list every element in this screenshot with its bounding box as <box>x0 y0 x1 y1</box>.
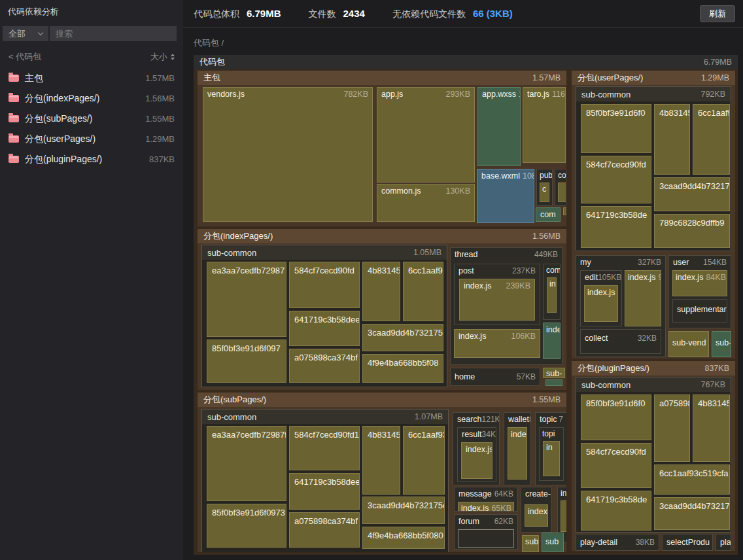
dir-box-play[interactable]: play <box>716 534 731 551</box>
hash-file-box[interactable]: 4b831456 <box>362 426 400 495</box>
hash-file-box[interactable]: 4b83145 <box>693 394 730 462</box>
hash-file-box[interactable]: 584cf7cecd90fd <box>581 443 651 488</box>
file-box[interactable]: in <box>547 277 557 313</box>
dir-box-topic[interactable]: topic7 topi in <box>535 412 566 485</box>
sidebar-item-main-package[interactable]: 主包 1.57MB <box>0 68 183 88</box>
hash-file-box[interactable]: 85f0bf3e91d6f097 <box>207 340 286 383</box>
hash-file-box[interactable]: 3caad9dd4b73217 <box>654 497 730 530</box>
dir-box-search[interactable]: search121K result34K index.js <box>453 412 500 485</box>
unused-files-link[interactable]: 66 (3KB) <box>473 8 513 19</box>
file-box-index[interactable]: index <box>508 427 527 480</box>
dir-box-thread[interactable]: thread449KB post237KB index.js239KB inde… <box>450 247 562 365</box>
treemap-section-header-indexpages[interactable]: 分包(indexPages/) 1.56MB <box>198 229 566 243</box>
file-box[interactable]: c <box>540 183 549 202</box>
dir-box-post[interactable]: post237KB index.js239KB <box>454 264 540 325</box>
hash-file-box[interactable]: 6cc1aaf9 <box>693 104 730 175</box>
sidebar-item-subpages[interactable]: 分包(subPages/) 1.55MB <box>0 109 183 129</box>
file-box-sub-vendor[interactable]: sub-vend <box>668 331 709 357</box>
file-box-common-js[interactable]: common.js130KB <box>377 184 475 222</box>
hash-file-box[interactable]: 4b83145 <box>654 104 690 175</box>
file-box-index-js[interactable]: index.js65KB <box>458 502 514 512</box>
dir-box-message[interactable]: message64KB index.js65KB <box>454 487 518 512</box>
file-box[interactable] <box>561 500 566 532</box>
hash-file-box[interactable]: 584cf7cecd90fd1 <box>289 426 360 470</box>
back-breadcrumb[interactable]: < 代码包 <box>9 51 41 63</box>
hash-file-box[interactable]: a075898ca374bf <box>289 512 360 548</box>
hash-file-box[interactable]: 4f9e4ba668bb5f080 <box>362 527 445 549</box>
sidebar-item-indexpages[interactable]: 分包(indexPages/) 1.56MB <box>0 88 183 109</box>
hash-file-box[interactable]: 6cc1aaf9 <box>403 262 443 321</box>
file-box-sub[interactable]: sub- <box>712 331 731 357</box>
dir-box-wallet[interactable]: wallet8 index <box>504 412 531 485</box>
dir-box-co[interactable]: co <box>555 169 566 206</box>
dir-box-edit[interactable]: edit105KB index.js <box>580 270 622 326</box>
hash-file-box[interactable]: 584cf7cecd90fd <box>289 262 360 308</box>
dir-box-play-detail[interactable]: play-detail38KB <box>576 534 659 551</box>
file-box[interactable]: in <box>543 441 560 476</box>
hash-file-box[interactable]: 789c6828c9dffb9 <box>654 214 730 248</box>
file-box[interactable] <box>458 529 514 548</box>
hash-file-box[interactable]: 85f0bf3e91d6f0973 <box>207 504 286 548</box>
file-box-com[interactable]: com <box>536 207 561 222</box>
file-box[interactable] <box>563 207 566 215</box>
treemap-section-header-userpages[interactable]: 分包(userPages/) 1.29MB <box>572 71 735 85</box>
dir-box-my[interactable]: my327KB edit105KB index.js index.js9 col… <box>576 255 666 357</box>
file-box-sub[interactable]: sub- <box>543 368 565 378</box>
dir-box-topi[interactable]: topi in <box>539 427 564 481</box>
file-box-index-js[interactable]: index.js106KB <box>454 329 540 358</box>
file-box-inde[interactable]: inde <box>543 323 561 359</box>
file-box-sub[interactable]: sub <box>542 533 564 552</box>
dir-box-com[interactable]: com in <box>543 264 561 320</box>
file-box-sub[interactable]: sub <box>522 535 539 552</box>
hash-file-box[interactable]: 3caad9dd4b73217 <box>654 177 730 211</box>
hash-file-box[interactable]: 641719c3b58dee <box>289 311 360 346</box>
dir-box-create[interactable]: create- index <box>521 487 552 533</box>
hash-file-box[interactable]: 641719c3b58de <box>581 491 651 531</box>
hash-file-box[interactable]: a075898ca374bf <box>289 349 360 383</box>
dir-box-select-product[interactable]: selectProdu <box>662 534 713 551</box>
hash-file-box[interactable]: 4b83145 <box>362 262 400 321</box>
hash-file-box[interactable]: 6cc1aaf93c519cfa <box>654 464 730 495</box>
file-box[interactable] <box>558 183 566 202</box>
dir-box-home[interactable]: home57KB <box>450 368 540 386</box>
file-box[interactable] <box>545 379 562 386</box>
hash-file-box[interactable]: 641719c3b58dee <box>289 473 360 510</box>
size-column-sort[interactable]: 大小 <box>150 51 175 63</box>
sub-common-header[interactable]: sub-common 1.05MB <box>202 245 447 260</box>
file-box-app-js[interactable]: app.js293KB <box>377 87 475 183</box>
dir-box-pub[interactable]: pub c <box>536 169 553 206</box>
dir-box-user[interactable]: user154KB index.js84KB supplementar <box>668 255 731 328</box>
file-box-taro-js[interactable]: taro.js116K <box>523 87 566 163</box>
hash-file-box[interactable]: ea3aa7cedfb72987 <box>207 262 286 337</box>
file-box-app-wxss[interactable]: app.wxss11 <box>477 87 521 166</box>
dir-box-forum[interactable]: forum62KB <box>454 514 518 550</box>
file-box-index-js[interactable]: index.js9 <box>625 270 661 326</box>
file-box-index-js[interactable]: index.js <box>584 285 618 322</box>
file-box-index[interactable]: index <box>525 504 548 527</box>
sidebar-item-userpages[interactable]: 分包(userPages/) 1.29MB <box>0 129 183 149</box>
breadcrumb[interactable]: 代码包 / <box>194 37 224 49</box>
sidebar-item-pluginpages[interactable]: 分包(pluginPages/) 837KB <box>0 149 183 169</box>
sub-common-header[interactable]: sub-common 792KB <box>576 87 731 101</box>
hash-file-box[interactable]: 85f0bf3e91d6f0 <box>581 104 651 153</box>
filter-dropdown[interactable]: 全部 <box>3 26 48 41</box>
hash-file-box[interactable]: 85f0bf3e91d6f0 <box>581 394 651 440</box>
file-box-index-js[interactable]: index.js239KB <box>459 279 535 321</box>
sub-common-header[interactable]: sub-common 1.07MB <box>202 410 448 424</box>
hash-file-box[interactable]: 4f9e4ba668bb5f08 <box>362 354 443 383</box>
dir-box-collect[interactable]: collect32KB <box>580 329 661 354</box>
dir-box-supplementary[interactable]: supplementar <box>672 299 727 323</box>
dir-box-result[interactable]: result34K index.js <box>457 427 496 482</box>
hash-file-box[interactable]: ea3aa7cedfb72987f <box>207 426 286 501</box>
hash-file-box[interactable]: a075898 <box>654 394 690 462</box>
hash-file-box[interactable]: 3caad9dd4b732175c <box>362 497 445 524</box>
treemap-section-header-subpages[interactable]: 分包(subPages/) 1.55MB <box>198 393 566 407</box>
hash-file-box[interactable]: 584cf7cecd90fd <box>581 156 651 203</box>
file-box-base-wxml[interactable]: base.wxml108 <box>477 169 534 223</box>
hash-file-box[interactable]: 641719c3b58de <box>581 206 651 248</box>
hash-file-box[interactable]: 6cc1aaf93 <box>403 426 445 495</box>
file-box-index-js[interactable]: index.js84KB <box>672 270 727 296</box>
hash-file-box[interactable]: 3caad9dd4b732175 <box>362 324 443 351</box>
refresh-button[interactable]: 刷新 <box>700 5 735 22</box>
file-box-vendors-js[interactable]: vendors.js782KB <box>203 87 373 222</box>
